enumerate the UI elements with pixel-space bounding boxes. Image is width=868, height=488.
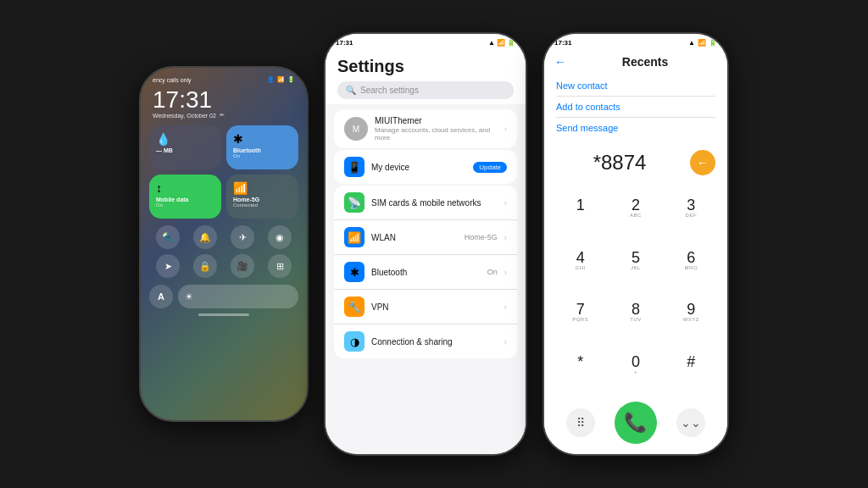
key-0[interactable]: 0 + (608, 339, 663, 391)
keypad: 1 2 ABC 3 DEF 4 GHI 5 JKL 6 MNO (544, 179, 727, 395)
profile-name: MIUIThemer (375, 116, 498, 125)
wifi-tile[interactable]: 📶 Home-5G Connected (226, 175, 298, 219)
clock-display: 17:31 (153, 88, 295, 112)
mobile-data-tile[interactable]: ↕ Mobile data On (149, 175, 221, 219)
my-device-row[interactable]: 📱 My device Update (334, 150, 517, 184)
bluetooth-value: On (487, 268, 498, 276)
bluetooth-tile[interactable]: ✱ Bluetooth On (226, 125, 298, 169)
wifi-status-icon: 📶 (277, 76, 285, 83)
new-contact-link[interactable]: New contact (556, 75, 715, 97)
call-button[interactable]: 📞 (615, 402, 657, 444)
water-icon: 💧 (156, 132, 214, 146)
vpn-chevron-icon: › (504, 302, 507, 312)
key-8[interactable]: 8 TUV (608, 287, 663, 340)
dialpad-icon-button[interactable]: ⠿ (566, 408, 595, 437)
quick-icons-row2: ➤ 🔒 🎥 ⊞ (149, 254, 298, 278)
key-9-digit: 9 (687, 302, 695, 317)
bottom-bar: A ☀ (149, 285, 298, 308)
my-device-card: 📱 My device Update (334, 150, 517, 184)
flashlight-button[interactable]: 🔦 (156, 225, 180, 249)
status-bar-3: 17:31 ▲ 📶 🔋 (544, 34, 727, 50)
time-block: 17:31 Wednesday, October 02 ✏ (149, 86, 298, 120)
wlan-value: Home-5G (465, 233, 498, 241)
connection-sharing-row[interactable]: ◑ Connection & sharing › (334, 324, 517, 358)
p3-clock: 17:31 (554, 39, 571, 47)
device-icon: 📱 (344, 157, 364, 177)
brightness-slider[interactable]: ☀ (178, 285, 298, 308)
sharing-icon: ◑ (344, 331, 364, 352)
settings-list: M MIUIThemer Manage accounts, cloud serv… (326, 104, 526, 454)
key-hash-digit: # (687, 354, 695, 369)
profile-card: M MIUIThemer Manage accounts, cloud serv… (334, 109, 517, 148)
data-plan-tile[interactable]: 💧 — MB (149, 125, 221, 169)
vpn-icon: 🔧 (344, 297, 364, 317)
key-5-letters: JKL (631, 265, 641, 272)
update-badge: Update (473, 162, 507, 173)
send-message-link[interactable]: Send message (556, 118, 715, 138)
phone-1-control-center: ency calls only 👤 📶 🔋 17:31 Wednesday, O… (139, 66, 309, 422)
bluetooth-settings-label: Bluetooth (371, 268, 481, 277)
key-3[interactable]: 3 DEF (664, 182, 719, 235)
layout-button[interactable]: ⊞ (268, 254, 292, 278)
wifi-label: Home-5G (233, 197, 292, 202)
more-button[interactable]: ⌄⌄ (676, 408, 705, 437)
bluetooth-settings-icon: ✱ (344, 262, 364, 282)
back-button[interactable]: ← (554, 55, 566, 69)
dialed-number: *8874 (556, 151, 683, 175)
lock-button[interactable]: 🔒 (193, 254, 217, 278)
wlan-row[interactable]: 📶 WLAN Home-5G › (334, 220, 517, 255)
backspace-button[interactable]: ← (690, 150, 715, 175)
add-to-contacts-link[interactable]: Add to contacts (556, 97, 715, 118)
date-display: Wednesday, October 02 ✏ (153, 112, 295, 119)
bluetooth-content: Bluetooth (371, 268, 481, 277)
vpn-content: VPN (371, 302, 498, 312)
search-bar[interactable]: 🔍 Search settings (337, 81, 514, 99)
key-6[interactable]: 6 MNO (664, 235, 719, 287)
sim-networks-row[interactable]: 📡 SIM cards & mobile networks › (334, 186, 517, 220)
recents-links: New contact Add to contacts Send message (544, 72, 727, 141)
sharing-content: Connection & sharing (371, 337, 498, 347)
key-5[interactable]: 5 JKL (608, 235, 663, 287)
key-7[interactable]: 7 PQRS (553, 287, 608, 340)
key-3-digit: 3 (687, 197, 695, 213)
video-button[interactable]: 🎥 (231, 254, 254, 278)
key-9[interactable]: 9 WXYZ (664, 287, 719, 340)
airplane-button[interactable]: ✈ (231, 225, 254, 249)
bluetooth-row[interactable]: ✱ Bluetooth On › (334, 255, 517, 290)
mobile-data-status: On (156, 202, 214, 208)
dialer-bottom-bar: ⠿ 📞 ⌄⌄ (544, 395, 727, 454)
key-4-letters: GHI (576, 265, 586, 272)
key-star[interactable]: * (553, 339, 608, 391)
accessibility-button[interactable]: A (149, 285, 173, 308)
quick-icons-row1: 🔦 🔔 ✈ ◉ (149, 225, 298, 249)
vpn-row[interactable]: 🔧 VPN › (334, 290, 517, 324)
avatar: M (344, 117, 368, 141)
notification-button[interactable]: 🔔 (193, 225, 217, 249)
key-2-letters: ABC (630, 213, 642, 219)
wifi-status: Connected (233, 202, 292, 208)
network-card: 📡 SIM cards & mobile networks › 📶 WLAN H… (334, 186, 517, 358)
search-placeholder-text: Search settings (360, 86, 419, 95)
key-8-digit: 8 (632, 302, 640, 317)
status-icons-1: 👤 📶 🔋 (267, 76, 295, 83)
bluetooth-icon: ✱ (233, 132, 292, 146)
p2-clock: 17:31 (336, 39, 353, 47)
key-1-digit: 1 (576, 197, 585, 213)
phone-3-dialer: 17:31 ▲ 📶 🔋 ← Recents New contact Add to… (542, 32, 729, 456)
emergency-label: ency calls only (153, 77, 192, 83)
key-3-letters: DEF (686, 213, 698, 219)
profile-chevron-icon: › (504, 125, 507, 134)
profile-row[interactable]: M MIUIThemer Manage accounts, cloud serv… (334, 109, 517, 148)
key-hash[interactable]: # (664, 339, 719, 391)
home-indicator (198, 313, 249, 316)
key-1[interactable]: 1 (553, 182, 608, 235)
key-2[interactable]: 2 ABC (608, 182, 663, 235)
location-button[interactable]: ➤ (156, 254, 180, 278)
p3-signal-icon: ▲ (688, 39, 695, 47)
focus-button[interactable]: ◉ (268, 225, 292, 249)
key-4[interactable]: 4 GHI (553, 235, 608, 287)
brightness-icon: ☀ (185, 291, 193, 302)
p2-status-icons: ▲ 📶 🔋 (488, 39, 515, 47)
profile-sublabel: Manage accounts, cloud services, and mor… (375, 126, 498, 141)
key-9-letters: WXYZ (683, 317, 699, 324)
